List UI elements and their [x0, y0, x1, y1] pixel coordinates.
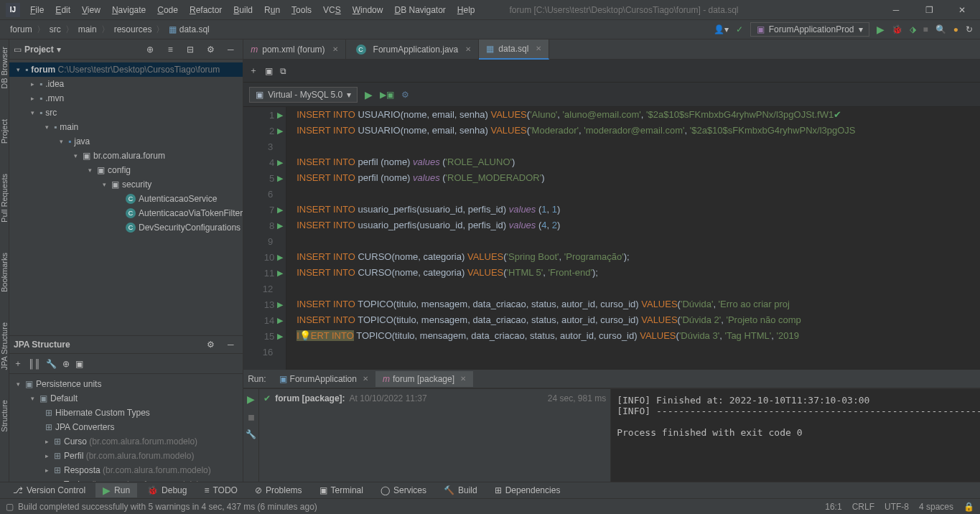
crumb-forum[interactable]: forum	[7, 23, 35, 36]
coverage-button[interactable]: ⬗	[910, 24, 916, 34]
user-icon[interactable]: 👤▾	[714, 24, 729, 34]
crumb-resources[interactable]: resources	[111, 23, 155, 36]
run-tab-forum-package[interactable]: mforum [package]✕	[375, 371, 473, 387]
close-icon[interactable]: ✕	[533, 45, 541, 52]
db-datasource-dropdown[interactable]: ▣ Virtual - MySQL 5.0 ▾	[249, 87, 358, 103]
tree-root[interactable]: ▾▪forum C:\Users\testr\Desktop\CursosTia…	[9, 62, 243, 77]
menu-window[interactable]: Window	[347, 2, 389, 18]
menu-tools[interactable]: Tools	[286, 2, 317, 18]
run-tab-forumapp[interactable]: ▣ForumApplication✕	[272, 371, 375, 387]
indent[interactable]: 4 spaces	[919, 502, 953, 512]
stripe-pull-requests[interactable]: Pull Requests	[0, 169, 9, 227]
tab-datasql[interactable]: ▦data.sql✕	[479, 39, 549, 60]
menu-dbnav[interactable]: DB Navigator	[388, 2, 451, 18]
debug-button[interactable]: 🐞	[892, 24, 902, 34]
stripe-db-browser[interactable]: DB Browser	[0, 42, 9, 93]
ide-updates-icon[interactable]: ●	[953, 24, 958, 34]
bot-todo[interactable]: ≡TODO	[197, 484, 244, 497]
menu-file[interactable]: File	[24, 2, 50, 18]
crumb-src[interactable]: src	[47, 23, 64, 36]
close-button[interactable]: ✕	[946, 0, 979, 20]
menu-help[interactable]: Help	[452, 2, 481, 18]
crumb-main[interactable]: main	[75, 23, 100, 36]
select-opened-icon[interactable]: ⊕	[142, 42, 158, 57]
jpa-wrench-icon[interactable]: 🔧	[46, 359, 57, 369]
tab-forumapp[interactable]: CForumApplication.java✕	[346, 39, 480, 60]
tree-mvn[interactable]: ▸▪.mvn	[9, 91, 243, 106]
bot-problems[interactable]: ⊘Problems	[248, 484, 309, 497]
minimize-button[interactable]: ─	[879, 0, 913, 20]
stripe-jpa-structure[interactable]: JPA Structure	[0, 318, 9, 374]
bot-services[interactable]: ◯Services	[373, 484, 434, 497]
settings-sync-icon[interactable]: ↻	[966, 24, 973, 34]
menu-run[interactable]: Run	[258, 2, 286, 18]
tree-package[interactable]: ▾▣br.com.alura.forum	[9, 149, 243, 163]
jpa-console-icon[interactable]: ▣	[75, 359, 83, 369]
jpa-refresh-icon[interactable]: ⊕	[62, 359, 70, 369]
tree-file-2[interactable]: CDevSecurityConfigurations	[9, 220, 243, 235]
ed-copy-icon[interactable]: ⧉	[280, 66, 286, 76]
ed-add-icon[interactable]: ＋	[249, 65, 258, 77]
tree-idea[interactable]: ▸▪.idea	[9, 77, 243, 91]
rerun-icon[interactable]: ▶	[247, 393, 255, 405]
search-icon[interactable]: 🔍	[935, 24, 946, 34]
jpa-add-icon[interactable]: ＋	[14, 358, 22, 370]
menu-navigate[interactable]: Navigate	[106, 2, 151, 18]
db-config-icon[interactable]: ⚙	[401, 90, 409, 100]
bot-debug[interactable]: 🐞Debug	[140, 484, 194, 497]
jpa-entity-0[interactable]: ▸⊞Curso (br.com.alura.forum.modelo)	[9, 434, 243, 449]
jpa-hibernate[interactable]: ⊞Hibernate Custom Types	[9, 406, 243, 420]
bot-run[interactable]: ▶Run	[95, 483, 137, 497]
tree-security[interactable]: ▾▣security	[9, 177, 243, 192]
menu-view[interactable]: View	[76, 2, 106, 18]
stop-icon[interactable]: ◼	[248, 412, 255, 422]
bot-build[interactable]: 🔨Build	[437, 484, 485, 497]
encoding[interactable]: UTF-8	[885, 502, 909, 512]
jpa-default[interactable]: ▾▣Default	[9, 391, 243, 406]
menu-code[interactable]: Code	[151, 2, 184, 18]
caret-pos[interactable]: 16:1	[825, 502, 841, 512]
tree-java[interactable]: ▾▪java	[9, 134, 243, 149]
db-run-all-icon[interactable]: ▶▣	[380, 90, 394, 100]
tree-file-1[interactable]: CAutenticacaoViaTokenFilter	[9, 206, 243, 220]
lock-icon[interactable]: 🔒	[963, 502, 974, 512]
stripe-structure[interactable]: Structure	[0, 396, 9, 436]
maximize-button[interactable]: ❐	[913, 0, 946, 20]
line-sep[interactable]: CRLF	[852, 502, 874, 512]
stop-button[interactable]: ■	[923, 24, 928, 34]
hide-panel-icon[interactable]: ─	[223, 42, 238, 57]
jpa-hide-icon[interactable]: ─	[223, 337, 238, 352]
menu-build[interactable]: Build	[228, 2, 258, 18]
stripe-bookmarks[interactable]: Bookmarks	[0, 248, 9, 296]
expand-all-icon[interactable]: ≡	[162, 42, 178, 57]
vcs-update-icon[interactable]: ✓	[736, 24, 743, 34]
menu-edit[interactable]: Edit	[50, 2, 76, 18]
tree-config[interactable]: ▾▣config	[9, 163, 243, 177]
collapse-all-icon[interactable]: ⊟	[182, 42, 198, 57]
tree-main[interactable]: ▾▪main	[9, 120, 243, 134]
close-icon[interactable]: ✕	[462, 45, 471, 53]
bot-vcs[interactable]: ⎇Version Control	[6, 484, 93, 497]
tree-file-0[interactable]: CAutenticacaoService	[9, 192, 243, 206]
stripe-project[interactable]: Project	[0, 115, 9, 148]
wrench-icon[interactable]: 🔧	[246, 429, 256, 439]
close-icon[interactable]: ✕	[330, 45, 338, 53]
status-icon[interactable]: ▢	[6, 502, 14, 512]
project-view-dropdown[interactable]: ▾	[57, 45, 61, 55]
db-run-icon[interactable]: ▶	[365, 89, 373, 101]
tab-pom[interactable]: mpom.xml (forum)✕	[243, 39, 345, 60]
jpa-entity-1[interactable]: ▸⊞Perfil (br.com.alura.forum.modelo)	[9, 449, 243, 463]
jpa-persistence[interactable]: ▾▣Persistence units	[9, 377, 243, 391]
menu-vcs[interactable]: VCS	[317, 2, 347, 18]
tree-src[interactable]: ▾▪src	[9, 106, 243, 120]
panel-settings-icon[interactable]: ⚙	[202, 42, 218, 57]
code-editor[interactable]: INSERT INTO USUARIO(nome, email, senha) …	[286, 107, 980, 370]
ed-dup-icon[interactable]: ▣	[265, 66, 273, 76]
jpa-settings-icon[interactable]: ⚙	[202, 337, 218, 352]
bot-dependencies[interactable]: ⊞Dependencies	[487, 484, 568, 497]
jpa-entity-2[interactable]: ▸⊞Resposta (br.com.alura.forum.modelo)	[9, 463, 243, 477]
menu-refactor[interactable]: Refactor	[184, 2, 228, 18]
jpa-bar-icon[interactable]: ║║	[28, 359, 40, 369]
run-output[interactable]: [INFO] Finished at: 2022-10-10T11:37:10-…	[611, 389, 980, 482]
jpa-converters[interactable]: ⊞JPA Converters	[9, 420, 243, 434]
